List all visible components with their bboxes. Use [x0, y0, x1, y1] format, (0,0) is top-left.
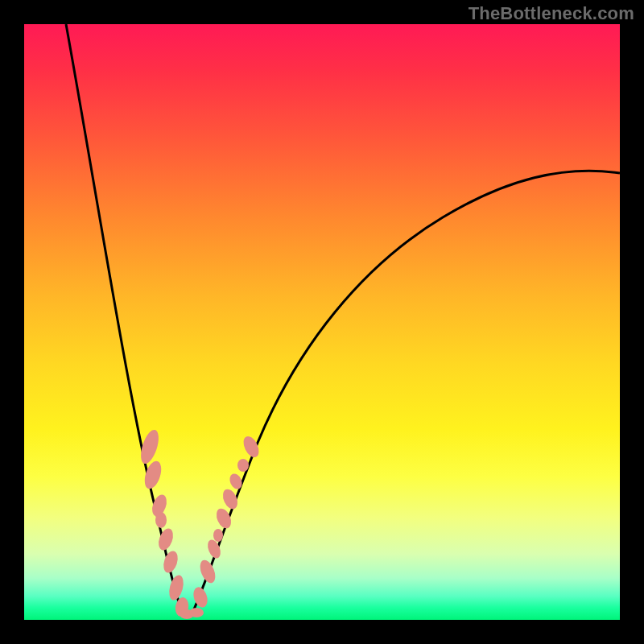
plot-area	[24, 24, 620, 620]
curve-layer	[24, 24, 620, 620]
svg-point-4	[156, 526, 176, 552]
chart-frame: TheBottleneck.com	[0, 0, 644, 644]
svg-point-9	[189, 608, 204, 617]
curve-right-branch	[191, 171, 620, 617]
svg-point-11	[197, 558, 218, 585]
curve-left-branch	[66, 24, 184, 616]
watermark-text: TheBottleneck.com	[469, 3, 634, 24]
svg-point-15	[220, 487, 240, 511]
marker-cluster-left	[138, 427, 194, 619]
svg-point-10	[191, 585, 209, 609]
svg-point-17	[237, 459, 249, 472]
svg-point-5	[161, 549, 180, 575]
svg-point-3	[155, 512, 167, 528]
svg-point-13	[213, 529, 223, 542]
